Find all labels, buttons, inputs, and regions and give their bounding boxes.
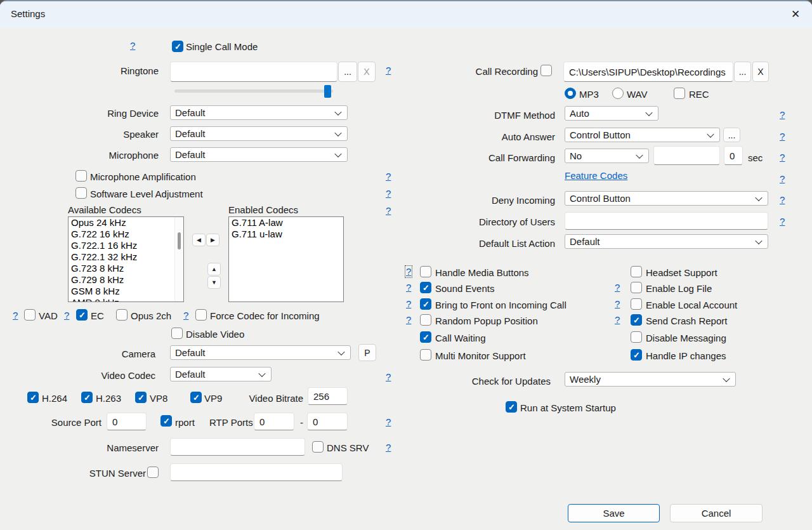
ringtone-clear-button[interactable]: X <box>358 62 376 82</box>
option-checkbox-random-popup-position[interactable] <box>420 314 431 326</box>
rtp-to-input[interactable] <box>307 413 348 430</box>
directory-of-users-input[interactable] <box>565 212 768 230</box>
help-link[interactable]: ? <box>386 417 391 427</box>
help-link[interactable]: ? <box>13 310 18 321</box>
recording-clear-button[interactable]: X <box>752 62 769 82</box>
ringtone-browse-button[interactable]: ... <box>338 62 357 82</box>
deny-incoming-select[interactable]: Control Button <box>565 191 768 206</box>
recording-path-input[interactable] <box>563 62 733 82</box>
call-forwarding-select[interactable]: No <box>565 149 649 163</box>
single-call-mode-checkbox[interactable] <box>172 41 183 52</box>
rtp-from-input[interactable] <box>254 413 294 430</box>
move-right-icon[interactable]: ▶ <box>206 234 219 246</box>
help-link[interactable]: ? <box>780 195 785 205</box>
forwarding-delay-input[interactable] <box>724 146 743 165</box>
camera-select[interactable]: Default <box>170 345 351 360</box>
check-for-updates-select[interactable]: Weekly <box>565 372 736 387</box>
move-down-icon[interactable]: ▼ <box>207 276 221 289</box>
help-link[interactable]: ? <box>615 299 620 309</box>
option-checkbox-multi-monitor-support[interactable] <box>420 349 431 361</box>
option-checkbox-sound-events[interactable] <box>420 282 431 293</box>
codec-item[interactable]: G.722.1 16 kHz <box>69 240 183 251</box>
help-link[interactable]: ? <box>406 315 411 325</box>
option-checkbox-call-waiting[interactable] <box>420 331 431 343</box>
available-codecs-list[interactable]: Opus 24 kHzG.722 16 kHzG.722.1 16 kHzG.7… <box>68 216 184 302</box>
h264-checkbox[interactable] <box>27 392 39 403</box>
option-checkbox-enable-local-account[interactable] <box>631 298 642 310</box>
dns-srv-checkbox[interactable] <box>312 441 324 453</box>
help-link[interactable]: ? <box>386 189 391 199</box>
option-checkbox-enable-log-file[interactable] <box>631 282 642 293</box>
rec-checkbox[interactable] <box>674 88 685 99</box>
ring-device-select[interactable]: Default <box>170 105 348 120</box>
ringtone-volume-slider-thumb[interactable] <box>324 85 331 98</box>
vad-checkbox[interactable] <box>24 309 36 321</box>
option-checkbox-headset-support[interactable] <box>631 266 642 277</box>
source-port-input[interactable] <box>107 413 147 430</box>
codec-item[interactable]: G.723 8 kHz <box>69 263 183 274</box>
default-list-action-select[interactable]: Default <box>565 234 768 249</box>
help-link[interactable]: ? <box>780 216 785 227</box>
option-checkbox-disable-messaging[interactable] <box>631 331 642 343</box>
move-up-icon[interactable]: ▲ <box>207 263 221 275</box>
scrollbar[interactable] <box>174 217 183 301</box>
vp8-checkbox[interactable] <box>135 392 147 403</box>
help-link[interactable]: ? <box>130 41 135 51</box>
nameserver-input[interactable] <box>170 438 305 456</box>
codec-item[interactable]: GSM 8 kHz <box>69 286 183 297</box>
force-codec-checkbox[interactable] <box>195 309 207 321</box>
dtmf-method-select[interactable]: Auto <box>565 106 658 121</box>
help-link[interactable]: ? <box>406 299 411 309</box>
call-recording-checkbox[interactable] <box>540 65 552 76</box>
disable-video-checkbox[interactable] <box>171 328 183 339</box>
option-checkbox-handle-ip-changes[interactable] <box>631 349 642 361</box>
help-link[interactable]: ? <box>780 152 785 162</box>
help-link[interactable]: ? <box>615 315 620 325</box>
video-bitrate-input[interactable] <box>308 387 348 405</box>
help-link[interactable]: ? <box>183 310 188 321</box>
help-link[interactable]: ? <box>386 65 391 76</box>
help-link[interactable]: ? <box>386 372 391 382</box>
move-left-icon[interactable]: ◀ <box>192 234 206 246</box>
cancel-button[interactable]: Cancel <box>670 504 763 522</box>
feature-codes-link[interactable]: Feature Codes <box>565 170 627 181</box>
ec-checkbox[interactable] <box>76 309 88 321</box>
option-checkbox-bring-to-front-on-incoming-call[interactable] <box>420 298 431 310</box>
option-checkbox-handle-media-buttons[interactable] <box>420 266 431 277</box>
wav-radio[interactable] <box>612 88 624 99</box>
help-link[interactable]: ? <box>615 282 620 293</box>
rport-checkbox[interactable] <box>160 415 172 427</box>
vp9-checkbox[interactable] <box>190 392 202 403</box>
help-link[interactable]: ? <box>386 206 391 216</box>
h263-checkbox[interactable] <box>81 392 93 403</box>
codec-item[interactable]: G.711 A-law <box>229 217 343 229</box>
recording-browse-button[interactable]: ... <box>734 62 751 82</box>
enabled-codecs-list[interactable]: G.711 A-lawG.711 u-law <box>228 216 344 302</box>
microphone-select[interactable]: Default <box>170 147 348 162</box>
scrollbar-thumb[interactable] <box>178 232 181 249</box>
forwarding-number-input[interactable] <box>653 146 720 165</box>
mp3-radio[interactable] <box>565 88 576 99</box>
option-checkbox-send-crash-report[interactable] <box>631 314 642 326</box>
ringtone-volume-slider-track[interactable] <box>174 89 333 93</box>
help-link[interactable]: ? <box>406 282 411 293</box>
auto-answer-select[interactable]: Control Button <box>565 128 720 142</box>
close-icon[interactable]: ✕ <box>783 4 808 24</box>
stun-server-checkbox[interactable] <box>147 467 159 478</box>
video-codec-select[interactable]: Default <box>170 367 272 381</box>
speaker-select[interactable]: Default <box>170 126 348 141</box>
help-link[interactable]: ? <box>780 174 785 184</box>
run-at-startup-checkbox[interactable] <box>506 401 517 413</box>
camera-preview-button[interactable]: P <box>358 344 376 361</box>
codec-item[interactable]: G.711 u-law <box>229 229 343 240</box>
mic-amplification-checkbox[interactable] <box>75 170 87 182</box>
codec-item[interactable]: G.729 8 kHz <box>69 274 183 286</box>
help-link[interactable]: ? <box>780 110 785 120</box>
codec-item[interactable]: G.722.1 32 kHz <box>69 251 183 263</box>
opus-2ch-checkbox[interactable] <box>116 309 128 321</box>
help-link[interactable]: ? <box>406 267 411 277</box>
save-button[interactable]: Save <box>568 504 660 522</box>
auto-answer-more-button[interactable]: ... <box>723 128 740 142</box>
codec-item[interactable]: G.722 16 kHz <box>69 229 183 240</box>
help-link[interactable]: ? <box>386 171 391 182</box>
